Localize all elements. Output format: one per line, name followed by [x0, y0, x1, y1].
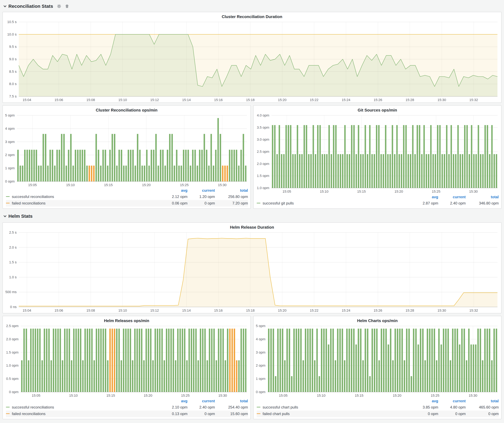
svg-text:15:10: 15:10	[320, 189, 328, 194]
legend-row-failed-reconciliations: failed reconciliations 0.13 opm 0 opm 15…	[6, 411, 248, 417]
chart-helm-release-duration[interactable]: 2.5 s2.0 s1.5 s1.0 s500 ms0 ns15:0415:06…	[3, 230, 501, 313]
svg-text:10.0 s: 10.0 s	[7, 32, 17, 36]
legend: avg current total successful reconciliat…	[3, 398, 251, 419]
svg-text:15:20: 15:20	[278, 309, 287, 312]
svg-text:15:15: 15:15	[355, 394, 363, 397]
legend-avg-value: 0.06 opm	[160, 201, 187, 206]
svg-text:15:20: 15:20	[393, 394, 401, 397]
svg-text:15:20: 15:20	[142, 183, 150, 187]
panel-title[interactable]: Helm Release Duration	[3, 223, 501, 230]
legend-col-current[interactable]: current	[438, 195, 466, 199]
panel-helm-releases-opm: Helm Releases ops/min 2.5 opm2.0 opm1.5 …	[2, 316, 251, 419]
legend-series-label[interactable]: successful chart pulls	[257, 405, 411, 409]
panel-row-reconciliation: Cluster Reconciliations ops/min 5 opm4 o…	[2, 105, 502, 209]
legend-series-label[interactable]: successful reconciliations	[6, 194, 160, 199]
legend-total-value: 0 opm	[466, 412, 499, 416]
svg-text:0.5 opm: 0.5 opm	[6, 377, 18, 381]
legend: avg current total successful git pulls 2…	[253, 194, 501, 208]
panel-cluster-reconciliation-duration: Cluster Reconciliation Duration 10.5 s10…	[2, 12, 502, 103]
svg-text:15:10: 15:10	[317, 394, 325, 397]
chart-git-sources-opm[interactable]: 4.0 opm3.5 opm3.0 opm2.5 opm2.0 opm1.5 o…	[253, 113, 501, 194]
legend-col-avg[interactable]: avg	[411, 195, 438, 199]
svg-text:15:05: 15:05	[32, 394, 40, 397]
gear-icon[interactable]	[57, 4, 61, 8]
svg-text:15:04: 15:04	[23, 309, 31, 312]
svg-text:2.0 opm: 2.0 opm	[6, 337, 18, 341]
svg-text:15:14: 15:14	[182, 98, 191, 102]
svg-text:0 opm: 0 opm	[5, 179, 15, 183]
svg-text:15:10: 15:10	[69, 394, 78, 397]
svg-text:15:04: 15:04	[23, 98, 31, 102]
svg-text:2 opm: 2 opm	[256, 364, 265, 367]
legend-total-value: 15.60 opm	[215, 412, 248, 416]
legend-series-label[interactable]: successful reconciliations	[6, 405, 160, 409]
svg-text:0 opm: 0 opm	[256, 390, 265, 394]
svg-text:15:06: 15:06	[54, 309, 63, 312]
chevron-down-icon[interactable]	[3, 214, 7, 218]
legend-col-current[interactable]: current	[187, 188, 215, 193]
trash-icon[interactable]	[65, 4, 69, 8]
legend-total-value: 465.60 opm	[466, 405, 499, 409]
svg-text:15:30: 15:30	[218, 394, 227, 397]
svg-text:7.5 s: 7.5 s	[9, 94, 17, 98]
panel-title[interactable]: Cluster Reconciliation Duration	[3, 12, 501, 20]
legend-total-value: 7.20 opm	[215, 201, 248, 206]
svg-text:3 opm: 3 opm	[5, 140, 15, 144]
legend: avg current total successful reconciliat…	[3, 188, 251, 208]
panel-title[interactable]: Git Sources ops/min	[253, 106, 501, 113]
svg-text:15:20: 15:20	[395, 189, 403, 194]
series-color-dash	[6, 203, 10, 203]
chart-cluster-reconciliation-duration[interactable]: 10.5 s10.0 s9.5 s9.0 s8.5 s8.0 s7.5 s15:…	[3, 20, 501, 102]
svg-text:2.5 opm: 2.5 opm	[6, 324, 18, 328]
section-header-reconciliation-stats: Reconciliation Stats	[2, 2, 502, 11]
legend-series-label[interactable]: failed reconciliations	[6, 201, 160, 206]
legend-current-value: 0 opm	[187, 201, 215, 206]
legend-col-avg[interactable]: avg	[160, 188, 187, 193]
legend-current-value: 2.40 opm	[438, 201, 466, 206]
legend-col-total[interactable]: total	[466, 399, 499, 403]
svg-text:15:24: 15:24	[342, 309, 350, 312]
svg-text:15:32: 15:32	[469, 309, 478, 312]
svg-text:3 opm: 3 opm	[256, 350, 265, 354]
svg-text:15:25: 15:25	[431, 394, 439, 397]
svg-text:15:20: 15:20	[278, 98, 287, 102]
svg-text:15:06: 15:06	[54, 98, 63, 102]
chevron-down-icon[interactable]	[3, 4, 7, 8]
chart-cluster-reconciliations-opm[interactable]: 5 opm4 opm3 opm2 opm1 opm0 opm15:0515:10…	[3, 113, 251, 188]
legend-col-total[interactable]: total	[215, 188, 248, 193]
svg-text:15:26: 15:26	[373, 309, 382, 312]
svg-text:15:05: 15:05	[279, 394, 288, 397]
section-title-helm-stats[interactable]: Helm Stats	[8, 213, 33, 219]
legend-col-total[interactable]: total	[215, 399, 248, 403]
svg-text:2 opm: 2 opm	[5, 153, 15, 157]
chart-helm-charts-opm[interactable]: 5 opm4 opm3 opm2 opm1 opm0 opm15:0515:10…	[253, 324, 501, 398]
panel-title[interactable]: Cluster Reconciliations ops/min	[3, 106, 251, 113]
svg-text:15:08: 15:08	[86, 309, 95, 312]
section-header-helm-stats: Helm Stats	[2, 211, 502, 221]
legend-total-value: 254.40 opm	[215, 405, 248, 409]
legend-series-label[interactable]: successful git pulls	[257, 201, 411, 206]
svg-text:15:22: 15:22	[310, 98, 318, 102]
legend-header-row: avg current total	[257, 194, 499, 200]
svg-text:5 opm: 5 opm	[5, 113, 15, 117]
panel-title[interactable]: Helm Charts ops/min	[253, 316, 501, 324]
legend-col-current[interactable]: current	[187, 399, 215, 403]
legend-row-successful-chart-pulls: successful chart pulls 3.85 opm 4.80 opm…	[257, 404, 499, 411]
legend-header-row: avg current total	[6, 398, 248, 404]
svg-text:15:08: 15:08	[86, 98, 95, 102]
chart-helm-releases-opm[interactable]: 2.5 opm2.0 opm1.5 opm1.0 opm0.5 opm0 opm…	[3, 324, 251, 398]
legend-col-avg[interactable]: avg	[160, 399, 187, 403]
svg-text:15:24: 15:24	[342, 98, 350, 102]
legend-series-label[interactable]: failed reconciliations	[6, 412, 160, 416]
svg-text:15:10: 15:10	[118, 309, 127, 312]
panel-title[interactable]: Helm Releases ops/min	[3, 316, 251, 324]
panel-cluster-reconciliations-opm: Cluster Reconciliations ops/min 5 opm4 o…	[2, 105, 251, 209]
legend-col-current[interactable]: current	[438, 399, 466, 403]
legend-col-avg[interactable]: avg	[411, 399, 438, 403]
legend-col-total[interactable]: total	[466, 195, 499, 199]
legend-series-label[interactable]: failed chart pulls	[257, 412, 411, 416]
svg-text:15:14: 15:14	[182, 309, 191, 312]
section-title-reconciliation-stats[interactable]: Reconciliation Stats	[8, 4, 53, 9]
panel-helm-charts-opm: Helm Charts ops/min 5 opm4 opm3 opm2 opm…	[253, 316, 502, 419]
series-color-dash	[257, 413, 260, 414]
